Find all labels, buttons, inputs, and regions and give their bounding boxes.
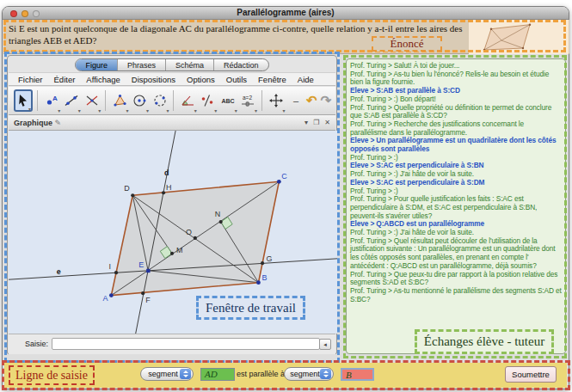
- point-label-E: E: [138, 260, 144, 269]
- line-label-e: e: [57, 267, 61, 276]
- window-title: Parallélogramme (aires): [3, 8, 569, 17]
- view-tab[interactable]: Rédaction: [214, 59, 268, 70]
- menu-bar: FichierÉditerAffichageDispositionsOption…: [9, 72, 335, 86]
- object-type-select-2-value: segment: [285, 370, 320, 378]
- redo-icon[interactable]: [320, 93, 331, 108]
- chat-message: Prof. Turing > Recherche des justificati…: [350, 120, 562, 137]
- move-view-icon: [268, 93, 284, 108]
- menu-item[interactable]: Fenêtre: [258, 75, 286, 84]
- svg-text:a=2: a=2: [243, 95, 252, 101]
- saisie-input[interactable]: [52, 338, 320, 350]
- circle-icon: [132, 93, 147, 108]
- point-label-B: B: [261, 273, 267, 282]
- saisie-row: Saisie:: [9, 334, 335, 354]
- point-label-D: D: [124, 184, 130, 193]
- toolbar: A A: [9, 87, 335, 115]
- graphique-title: Graphique: [14, 119, 61, 127]
- input-line-annotation-label: Ligne de saisie: [9, 365, 95, 385]
- point-label-O: O: [186, 228, 192, 236]
- menu-item[interactable]: Aide: [298, 75, 314, 84]
- reflect-tool-button[interactable]: [199, 89, 217, 112]
- stepper-arrows-icon: [320, 369, 331, 379]
- chat-message: Eleve > Un parallélogramme est un quadri…: [350, 137, 562, 153]
- view-tab[interactable]: Figure: [76, 59, 118, 70]
- object-type-select-2[interactable]: segment: [284, 367, 334, 381]
- stepper-arrows-icon: [180, 369, 191, 379]
- point-tool-button[interactable]: A: [42, 89, 60, 112]
- chat-message: Prof. Turing > Que peux-tu dire par rapp…: [350, 271, 562, 287]
- chat-message: Prof. Turing > Quelle propriété ou défin…: [350, 104, 562, 120]
- chat-panel: Prof. Turing > Salut! À toi de jouer...P…: [346, 58, 566, 354]
- enonce-figure-panel: [469, 20, 569, 54]
- menu-item[interactable]: Éditer: [54, 75, 76, 84]
- menu-item[interactable]: Affichage: [86, 75, 120, 84]
- panel-detach-icon[interactable]: [313, 119, 319, 126]
- point-label-N: N: [215, 210, 220, 218]
- enonce-annotation-label: Énoncé: [372, 36, 442, 52]
- saisie-toggle-button[interactable]: [319, 339, 331, 350]
- view-tab[interactable]: Phrases: [118, 59, 166, 70]
- line-label-d: d: [164, 168, 169, 177]
- point-label-M: M: [176, 246, 182, 254]
- collapse-toolbar-button[interactable]: –: [286, 89, 304, 112]
- perpendicular-line-icon: [84, 93, 100, 108]
- perpendicular-line-tool-button[interactable]: [83, 89, 101, 112]
- operand-field-2[interactable]: B: [341, 368, 374, 381]
- text-icon: ABC: [220, 93, 236, 108]
- point-label-F: F: [145, 296, 151, 304]
- slider-tool-button[interactable]: a=2: [239, 89, 257, 112]
- menu-item[interactable]: Outils: [226, 75, 247, 84]
- minus-icon: –: [288, 95, 304, 106]
- move-view-tool-button[interactable]: [267, 89, 285, 112]
- saisie-label: Saisie:: [25, 340, 48, 348]
- angle-tool-button[interactable]: [178, 89, 196, 112]
- move-cursor-icon: [15, 93, 31, 108]
- exchanges-annotation-label: Échanges élève - tuteur: [415, 329, 554, 354]
- object-type-select-1[interactable]: segment: [140, 367, 194, 381]
- relation-label: est parallèle à: [237, 370, 285, 378]
- enonce-panel: Si E est un point quelconque de la diago…: [3, 20, 569, 54]
- polygon-tool-button[interactable]: [110, 89, 128, 112]
- object-type-select-1-value: segment: [141, 370, 180, 378]
- angle-icon: [180, 93, 195, 108]
- point-label-C: C: [281, 172, 287, 181]
- enonce-parallelogram-figure: [469, 20, 569, 54]
- move-tool-button[interactable]: [14, 89, 33, 112]
- line-tool-button[interactable]: [62, 89, 80, 112]
- operand-field-1[interactable]: AD: [200, 368, 235, 381]
- panel-close-icon[interactable]: [324, 119, 330, 126]
- chat-message: Prof. Turing > As-tu bien lu l'énoncé? R…: [350, 70, 562, 87]
- conic-icon: [152, 93, 168, 108]
- reflect-icon: [200, 93, 215, 108]
- title-bar[interactable]: Parallélogramme (aires): [3, 7, 569, 20]
- undo-icon[interactable]: [306, 93, 317, 108]
- menu-item[interactable]: Options: [187, 75, 215, 84]
- point-label-I: I: [108, 262, 110, 271]
- tabs-row: FigurePhrasesSchémaRédaction: [8, 58, 336, 72]
- chat-message: Prof. Turing > As-tu mentionné le parall…: [350, 287, 562, 303]
- chat-message: Prof. Turing > Quel résultat peut découl…: [350, 237, 562, 271]
- line-icon: [64, 93, 79, 108]
- screen: Parallélogramme (aires) Si E est un poin…: [0, 0, 572, 392]
- view-tabs: FigurePhrasesSchémaRédaction: [75, 58, 268, 71]
- graphique-header: Graphique: [9, 115, 335, 131]
- point-label-A: A: [102, 294, 108, 303]
- submit-button[interactable]: Soumettre: [505, 366, 557, 383]
- circle-tool-button[interactable]: [131, 89, 149, 112]
- polygon-icon: [112, 93, 127, 108]
- menu-item[interactable]: Fichier: [18, 75, 43, 84]
- svg-text:A: A: [52, 95, 58, 102]
- menu-item[interactable]: Dispositions: [132, 75, 175, 84]
- point-label-H: H: [166, 183, 171, 192]
- work-window-annotation-label: Fenêtre de travail: [196, 296, 305, 320]
- panel-dropdown-icon[interactable]: [304, 119, 308, 126]
- conic-tool-button[interactable]: [151, 89, 169, 112]
- view-tab[interactable]: Schéma: [166, 59, 214, 70]
- slider-icon: a=2: [240, 93, 255, 108]
- point-icon: A: [44, 93, 59, 108]
- svg-text:ABC: ABC: [221, 98, 234, 104]
- chat-message: Prof. Turing > Pour quelle justification…: [350, 195, 562, 220]
- point-label-G: G: [266, 254, 272, 263]
- text-tool-button[interactable]: ABC: [218, 89, 237, 112]
